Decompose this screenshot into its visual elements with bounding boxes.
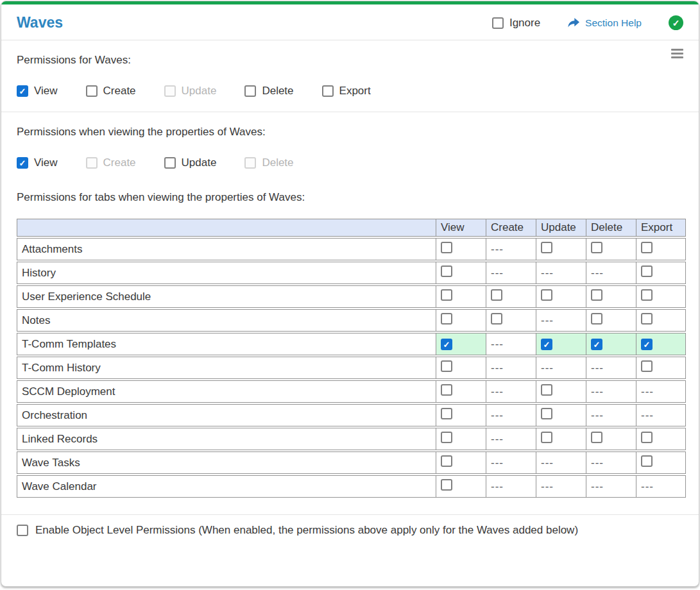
cell-wave-tasks-update: --- [536,451,586,474]
properties-perm-delete-label: Delete [262,156,293,169]
checkbox-linked-records-view[interactable] [441,432,452,443]
checkbox-attachments-update[interactable] [541,242,552,253]
table-row-user-experience-schedule: User Experience Schedule [17,285,686,308]
checkbox-user-experience-schedule-update[interactable] [541,289,552,301]
enable-object-level-permissions-checkbox[interactable] [17,525,28,536]
checkbox-notes-create[interactable] [491,313,502,324]
properties-perm-create-checkbox [86,157,98,169]
forward-arrow-icon [567,17,580,29]
cell-wave-tasks-delete: --- [586,451,636,474]
object-perm-create-checkbox[interactable] [86,85,98,97]
cell-linked-records-create: --- [486,428,536,450]
object-perm-view-checkbox[interactable] [17,85,28,97]
tab-name-cell: User Experience Schedule [17,285,436,308]
object-permissions-label: Permissions for Waves: [17,53,683,67]
cell-orchestration-create: --- [486,404,536,426]
properties-permissions-section: Permissions when viewing the properties … [1,112,699,499]
cell-user-experience-schedule-view [436,285,486,308]
checkbox-history-view[interactable] [441,266,452,277]
not-applicable-dashes: --- [491,338,504,350]
object-perm-delete-label: Delete [262,85,293,97]
properties-perm-update-label: Update [182,156,217,169]
checkbox-t-comm-templates-view[interactable] [441,339,452,350]
object-perm-create-label: Create [103,85,136,97]
not-applicable-dashes: --- [641,409,654,421]
ignore-checkbox-item[interactable]: Ignore [492,17,540,30]
enable-object-level-permissions-label: Enable Object Level Permissions (When en… [35,524,578,537]
checkbox-t-comm-history-export[interactable] [641,360,653,372]
checkbox-linked-records-update[interactable] [541,432,552,443]
checkbox-sccm-deployment-view[interactable] [441,384,452,396]
checkbox-orchestration-view[interactable] [441,408,452,419]
cell-orchestration-export: --- [636,404,686,426]
cell-attachments-delete [586,238,636,260]
cell-linked-records-update [536,428,586,450]
checkbox-attachments-export[interactable] [641,242,653,253]
cell-t-comm-templates-update [536,333,586,355]
tab-name-cell: Wave Calendar [17,475,436,498]
checkbox-linked-records-export[interactable] [641,432,653,443]
not-applicable-dashes: --- [541,362,554,374]
table-row-wave-tasks: Wave Tasks--------- [17,451,686,474]
properties-perm-delete-checkbox [244,157,256,169]
footer-section: Enable Object Level Permissions (When en… [1,515,699,564]
section-help-link[interactable]: Section Help [567,17,642,29]
object-perm-delete-checkbox[interactable] [244,85,256,97]
checkbox-sccm-deployment-update[interactable] [541,384,552,396]
checkbox-orchestration-update[interactable] [541,408,552,419]
checkbox-wave-tasks-export[interactable] [641,455,653,467]
checkbox-user-experience-schedule-create[interactable] [491,289,502,301]
properties-perm-view-item[interactable]: View [17,156,58,169]
not-applicable-dashes: --- [641,480,654,493]
checkbox-t-comm-templates-export[interactable] [641,339,653,350]
table-row-t-comm-history: T-Comm History--------- [17,357,686,379]
object-perm-delete-item[interactable]: Delete [244,85,293,97]
table-row-notes: Notes--- [17,309,686,332]
cell-linked-records-delete [586,428,636,450]
object-perm-view-item[interactable]: View [17,85,58,97]
checkbox-notes-view[interactable] [441,313,452,324]
not-applicable-dashes: --- [641,385,654,398]
not-applicable-dashes: --- [491,457,504,469]
cell-orchestration-delete: --- [586,404,636,426]
not-applicable-dashes: --- [491,433,504,445]
checkbox-user-experience-schedule-delete[interactable] [591,289,602,301]
checkbox-linked-records-delete[interactable] [591,432,602,443]
object-perm-export-item[interactable]: Export [322,85,371,97]
not-applicable-dashes: --- [541,314,554,326]
section-menu-icon[interactable] [671,49,683,58]
checkbox-user-experience-schedule-export[interactable] [641,289,653,301]
checkbox-notes-delete[interactable] [591,313,602,324]
cell-t-comm-templates-view [436,333,486,355]
checkbox-history-export[interactable] [641,266,653,277]
tab-name-cell: SCCM Deployment [17,380,436,403]
checkbox-wave-tasks-view[interactable] [441,455,452,467]
cell-history-delete: --- [586,262,636,284]
checkbox-t-comm-history-view[interactable] [441,360,452,372]
object-perm-export-checkbox[interactable] [322,85,334,97]
checkbox-t-comm-templates-delete[interactable] [591,339,602,350]
properties-perm-delete-item: Delete [244,156,293,169]
object-perm-create-item[interactable]: Create [86,85,136,97]
page-title: Waves [17,14,492,31]
column-header-export: Export [636,219,686,237]
properties-perm-update-checkbox[interactable] [164,157,176,169]
tab-name-cell: T-Comm Templates [17,333,436,355]
checkbox-user-experience-schedule-view[interactable] [441,289,452,301]
properties-perm-update-item[interactable]: Update [164,156,217,169]
checkbox-attachments-delete[interactable] [591,242,602,253]
cell-t-comm-history-update: --- [536,357,586,379]
properties-perm-view-checkbox[interactable] [17,157,28,169]
not-applicable-dashes: --- [591,385,604,398]
properties-permissions-checkbox-row: ViewCreateUpdateDelete [17,156,683,169]
cell-history-view [436,262,486,284]
cell-t-comm-history-delete: --- [586,357,636,379]
enable-object-level-permissions-item[interactable]: Enable Object Level Permissions (When en… [17,524,578,537]
checkbox-attachments-view[interactable] [441,242,452,253]
cell-user-experience-schedule-export [636,285,686,308]
checkbox-t-comm-templates-update[interactable] [541,339,552,350]
not-applicable-dashes: --- [591,362,604,374]
checkbox-wave-calendar-view[interactable] [441,479,452,491]
checkbox-notes-export[interactable] [641,313,653,324]
ignore-checkbox[interactable] [492,17,504,29]
